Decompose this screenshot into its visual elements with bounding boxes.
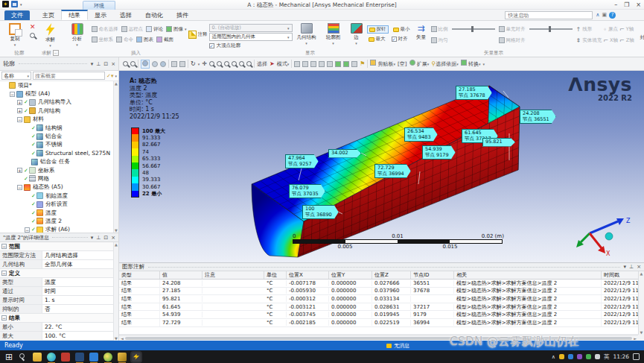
origin-button[interactable]: ◦原点: [603, 25, 618, 34]
column-header[interactable]: 节点ID: [411, 271, 454, 279]
tab-结果[interactable]: 结果: [61, 10, 88, 20]
details-row[interactable]: 显示时间1. s: [0, 296, 113, 305]
table-row[interactable]: 结果61.645°C-0.0031210.0000000.02863137217…: [119, 303, 638, 312]
uniform-button[interactable]: 均匀: [431, 36, 448, 45]
comment-button[interactable]: 评论: [146, 25, 163, 34]
layout-icon[interactable]: ▣: [602, 12, 607, 19]
section-button[interactable]: 截面: [156, 35, 173, 44]
collapse-icon[interactable]: −: [10, 92, 15, 97]
solid-fill-button[interactable]: ⇞实体填充: [576, 36, 602, 45]
analysis-button[interactable]: 分析▾: [65, 22, 90, 46]
vertex-filter-icon[interactable]: [294, 61, 300, 67]
tree-item[interactable]: ✓初始温度: [0, 192, 113, 200]
duplicate-button[interactable]: 复制▾: [2, 22, 28, 46]
probe-annotation[interactable]: 100节点 36890: [302, 205, 339, 219]
panel-menu-icon[interactable]: ▾: [624, 264, 627, 270]
search-outline-input[interactable]: [33, 72, 105, 80]
tab-插件[interactable]: 插件: [170, 10, 195, 20]
find-icon[interactable]: [30, 33, 35, 38]
edges-display-button[interactable]: 边▾: [348, 22, 366, 45]
vector-button[interactable]: ⇉矢量: [413, 22, 430, 41]
column-header[interactable]: 位置X: [287, 271, 329, 279]
app-icon-red[interactable]: [61, 353, 70, 362]
named-selection-button[interactable]: 命名选择: [92, 25, 118, 34]
tray-icon-5[interactable]: [595, 354, 600, 359]
details-row[interactable]: 通过时间: [0, 287, 113, 296]
filter-more-icon[interactable]: ▾: [115, 75, 117, 78]
select-cursor-icon[interactable]: ➤: [270, 60, 275, 67]
tray-icon-1[interactable]: [559, 354, 564, 359]
tray-icon-2[interactable]: [568, 354, 573, 359]
tree-item[interactable]: ✓分析设置: [0, 200, 113, 208]
shaded-exterior-icon[interactable]: [142, 60, 148, 66]
table-row[interactable]: 结果95.821°C-0.0003120.0000000.033134模型>稳态…: [119, 295, 638, 303]
close-panel-icon[interactable]: ×: [637, 264, 641, 270]
pin-icon[interactable]: ⊥: [96, 235, 101, 241]
details-row[interactable]: 几何结构全部几何体: [0, 260, 113, 269]
probe-annotation[interactable]: 76.079节点 37035: [289, 184, 325, 198]
help-icon[interactable]: ?: [609, 12, 616, 19]
details-row[interactable]: 最大100. °C: [0, 332, 113, 341]
element-aligned-button[interactable]: 单元对齐: [499, 25, 526, 34]
float-icon[interactable]: ⊡: [103, 61, 108, 67]
mode-dropdown[interactable]: 模式▾: [277, 60, 290, 68]
tab-文件[interactable]: 文件: [4, 10, 30, 20]
details-section-header[interactable]: −定义: [0, 269, 113, 278]
x-axis-button[interactable]: ⌐X轴: [603, 36, 618, 45]
tree-item[interactable]: +✓几何结构导入: [0, 98, 113, 107]
close-button[interactable]: ×: [636, 0, 641, 10]
details-row[interactable]: 类型温度: [0, 278, 113, 287]
tab-选择[interactable]: 选择: [113, 10, 138, 20]
tree-item[interactable]: +✓坐标系: [0, 166, 113, 174]
extend-dropdown[interactable]: 扩展▾: [409, 60, 430, 68]
details-row[interactable]: 抑制的否: [0, 305, 113, 314]
taskbar-search-icon[interactable]: [19, 353, 28, 362]
table-row[interactable]: 结果24.208°C-0.0071780.0000000.02766636551…: [119, 280, 638, 288]
convert-dropdown[interactable]: 转换▾: [461, 60, 481, 68]
table-row[interactable]: [119, 327, 638, 335]
close-panel-icon[interactable]: ×: [111, 235, 115, 241]
zoom-box-icon[interactable]: [217, 61, 222, 66]
select-by-dropdown[interactable]: ⚲选择依据▾: [431, 60, 458, 68]
float-icon[interactable]: ⊡: [103, 235, 108, 241]
graphics-viewport[interactable]: A: 稳态热 温度 2 类型: 温度 单位: °C 时间: 1 s 2022/1…: [119, 71, 644, 262]
outline-scrollbar[interactable]: ▲▼: [113, 81, 118, 233]
column-header[interactable]: 相关: [454, 271, 602, 279]
tree-item[interactable]: ✓铝合金: [0, 132, 113, 140]
probe-annotation[interactable]: 47.964节点 9257: [285, 154, 319, 168]
capped-isosurface-button[interactable]: 封盖等值面▾: [636, 22, 644, 44]
tree-item[interactable]: ✓温度: [0, 209, 113, 217]
pin-icon[interactable]: ⊥: [629, 264, 634, 270]
min-toggle[interactable]: 最小: [392, 25, 412, 34]
wireframe-icon[interactable]: [152, 61, 158, 67]
body-filter-icon[interactable]: [319, 61, 325, 67]
tray-icon-4[interactable]: [586, 354, 591, 359]
workbench-icon[interactable]: [103, 353, 112, 362]
minimize-button[interactable]: –: [614, 0, 617, 10]
column-header[interactable]: 单位: [264, 271, 287, 279]
app-icon-blue[interactable]: [89, 353, 98, 362]
command-button[interactable]: 命令: [116, 35, 133, 44]
details-row[interactable]: 最小22. °C: [0, 323, 113, 332]
probe-annotation[interactable]: 24.208节点 36551: [520, 110, 556, 124]
details-section-header[interactable]: −范围: [0, 242, 113, 251]
element-filter-icon[interactable]: [335, 61, 341, 67]
pan-icon[interactable]: ✛: [202, 60, 207, 68]
annotation-button[interactable]: 注释: [188, 30, 208, 39]
language-indicator[interactable]: 英: [604, 353, 610, 361]
zoom-prev-icon[interactable]: [232, 61, 237, 66]
flag-icon[interactable]: ⚑: [360, 60, 365, 68]
tab-自动化[interactable]: 自动化: [138, 10, 170, 20]
tree-item[interactable]: ✓温度 2: [0, 217, 113, 225]
delete-icon[interactable]: ✕: [30, 24, 36, 30]
scale-button[interactable]: 比例: [431, 25, 448, 34]
edge-filter-icon[interactable]: [302, 61, 308, 67]
clipboard-dropdown[interactable]: 剪贴板▾: [370, 60, 395, 68]
tree-item[interactable]: 铝合金 任务: [0, 158, 113, 166]
tree-item[interactable]: ✓网格: [0, 174, 113, 183]
max-toggle[interactable]: 最大: [367, 35, 387, 43]
tab-主页[interactable]: 主页: [36, 10, 61, 20]
vector-density-slider[interactable]: [529, 28, 573, 30]
table-row[interactable]: 结果72.729°C-0.0021850.0000000.02251936994…: [119, 319, 638, 327]
name-filter-dropdown[interactable]: 名称▾: [1, 72, 31, 80]
